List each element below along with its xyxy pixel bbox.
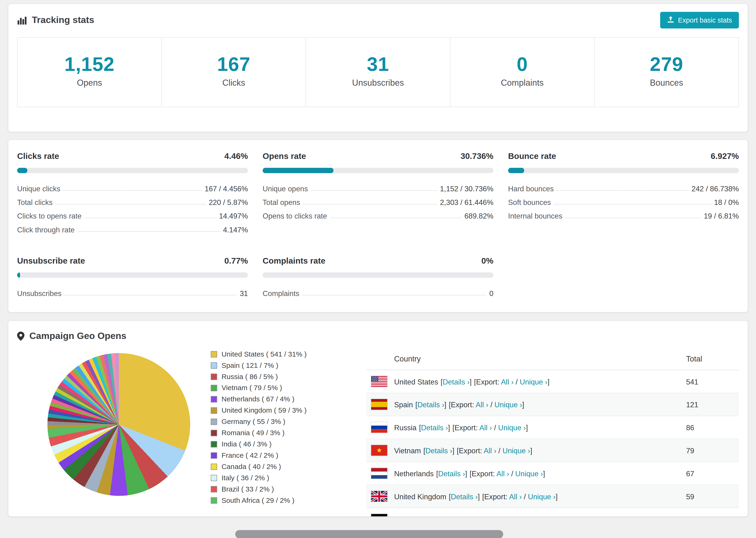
country-cell: Germany[Details ›][Export: All › / Uniqu…: [394, 515, 686, 517]
legend-swatch: [211, 497, 217, 504]
legend-label: United States ( 541 / 31% ): [222, 350, 307, 358]
export-all-link[interactable]: All ›: [484, 446, 496, 455]
horizontal-scrollbar[interactable]: [235, 530, 503, 538]
legend-label: Vietnam ( 79 / 5% ): [222, 384, 282, 392]
geo-pie-chart: [47, 353, 190, 496]
export-all-link[interactable]: All ›: [509, 492, 522, 501]
export-all-link[interactable]: All ›: [501, 377, 514, 385]
legend-swatch: [211, 486, 217, 492]
country-name: United States: [394, 377, 438, 385]
geo-card-title: Campaign Geo Opens: [17, 331, 739, 341]
legend-item: United States ( 541 / 31% ): [211, 350, 366, 358]
stat-label: Complaints: [450, 78, 594, 88]
rate-value: 6.927%: [711, 152, 739, 161]
flag-nl-icon: [371, 468, 387, 479]
legend-label: Spain ( 121 / 7% ): [222, 361, 279, 369]
legend-swatch: [211, 441, 217, 447]
rate-panel-header: Unsubscribe rate0.77%: [17, 256, 248, 266]
legend-label: India ( 46 / 3% ): [222, 440, 272, 448]
table-row: United Kingdom[Details ›][Export: All › …: [366, 485, 739, 508]
stat-label: Clicks: [162, 78, 305, 88]
dotted-leader: [554, 204, 711, 204]
total-cell: 79: [686, 446, 739, 455]
progress-bar: [17, 168, 248, 173]
stat-value: 1,152: [18, 53, 161, 75]
progress-bar: [17, 273, 248, 278]
rate-panel-complaints-rate: Complaints rate0%Complaints0: [262, 256, 493, 297]
legend-item: Germany ( 55 / 3% ): [211, 418, 366, 425]
rate-row-value: 0: [489, 289, 493, 297]
rate-row-value: 167 / 4.456%: [205, 185, 248, 193]
rate-title: Bounce rate: [508, 152, 556, 161]
legend-item: Canada ( 40 / 2% ): [211, 463, 366, 470]
dotted-leader: [55, 204, 206, 204]
dotted-leader: [566, 218, 701, 218]
export-label: Export:: [459, 446, 482, 455]
stat-value: 279: [595, 53, 738, 75]
country-cell: United States[Details ›][Export: All › /…: [394, 377, 686, 385]
stat-label: Unsubscribes: [306, 78, 450, 88]
export-all-link[interactable]: All ›: [479, 423, 492, 431]
rate-row: Unique opens1,152 / 30.736%: [262, 179, 493, 193]
flag-ru-icon: [371, 422, 387, 433]
stat-label: Bounces: [595, 78, 738, 88]
rates-card: Clicks rate4.46%Unique clicks167 / 4.456…: [8, 139, 748, 312]
legend-label: France ( 42 / 2% ): [222, 452, 279, 459]
export-unique-link[interactable]: Unique ›: [528, 492, 556, 501]
legend-swatch: [211, 407, 217, 413]
legend-item: France ( 42 / 2% ): [211, 452, 366, 459]
export-unique-link[interactable]: Unique ›: [520, 377, 548, 385]
rate-title: Unsubscribe rate: [17, 256, 85, 266]
export-unique-link[interactable]: Unique ›: [503, 446, 530, 455]
legend-swatch: [211, 385, 217, 391]
page-root: Tracking stats Export basic stats 1,152O…: [0, 4, 756, 538]
country-cell: Spain[Details ›][Export: All › / Unique …: [394, 400, 686, 408]
rate-row-value: 14.497%: [219, 212, 248, 220]
flag-es-icon: [371, 399, 387, 410]
country-cell: Vietnam[Details ›][Export: All › / Uniqu…: [394, 446, 686, 455]
geo-table-header: Country Total: [366, 348, 739, 370]
progress-bar: [508, 168, 739, 173]
legend-item: Russia ( 86 / 5% ): [211, 373, 366, 381]
flag-de-icon: [371, 514, 387, 517]
flag-gb-icon: [371, 491, 387, 502]
export-basic-stats-button[interactable]: Export basic stats: [660, 12, 739, 28]
rate-panel-header: Complaints rate0%: [262, 256, 493, 266]
rate-value: 0%: [481, 256, 493, 266]
export-all-link[interactable]: All ›: [487, 515, 500, 517]
rate-row-label: Unique clicks: [17, 185, 60, 193]
details-link[interactable]: Details ›: [438, 469, 465, 477]
total-column-header: Total: [686, 354, 739, 363]
total-cell: 55: [686, 515, 739, 517]
table-row: United States[Details ›][Export: All › /…: [366, 370, 739, 393]
geo-content: United States ( 541 / 31% )Spain ( 121 /…: [17, 348, 739, 517]
legend-label: Germany ( 55 / 3% ): [222, 418, 286, 425]
export-unique-link[interactable]: Unique ›: [515, 469, 543, 477]
stat-value: 167: [162, 53, 305, 75]
legend-item: United Kingdom ( 59 / 3% ): [211, 406, 366, 414]
rate-value: 30.736%: [460, 152, 494, 161]
rate-row-value: 2,303 / 61.446%: [440, 198, 494, 206]
details-link[interactable]: Details ›: [421, 423, 448, 431]
rate-row-value: 689.82%: [464, 212, 493, 220]
rate-row-value: 19 / 6.81%: [704, 212, 739, 220]
rate-panel-opens-rate: Opens rate30.736%Unique opens1,152 / 30.…: [262, 152, 493, 234]
export-label: Export:: [476, 377, 499, 385]
export-all-link[interactable]: All ›: [497, 469, 509, 477]
export-unique-link[interactable]: Unique ›: [495, 400, 522, 408]
export-all-link[interactable]: All ›: [476, 400, 488, 408]
details-link[interactable]: Details ›: [429, 515, 456, 517]
export-unique-link[interactable]: Unique ›: [498, 423, 526, 431]
details-link[interactable]: Details ›: [417, 400, 445, 408]
rate-row: Complaints0: [262, 284, 493, 297]
details-link[interactable]: Details ›: [425, 446, 453, 455]
details-link[interactable]: Details ›: [451, 492, 478, 501]
export-unique-link[interactable]: Unique ›: [506, 515, 534, 517]
export-button-label: Export basic stats: [678, 16, 732, 24]
stat-complaints: 0Complaints: [450, 38, 594, 107]
rate-title: Clicks rate: [17, 152, 59, 161]
details-link[interactable]: Details ›: [443, 377, 469, 385]
rate-row-label: Total clicks: [17, 198, 53, 206]
export-label: Export:: [455, 423, 478, 431]
flag-vn-icon: [371, 445, 387, 456]
